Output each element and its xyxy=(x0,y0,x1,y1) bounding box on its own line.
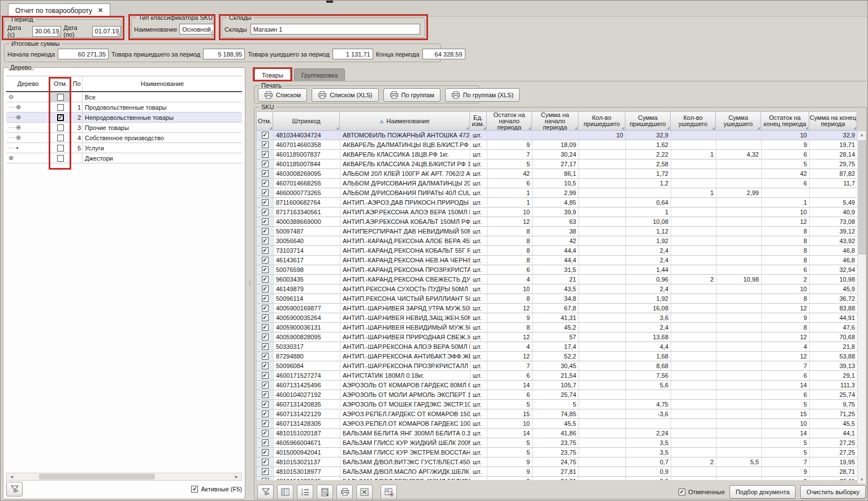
tree-check-cell[interactable] xyxy=(50,143,71,153)
clear-selection-button[interactable]: Очистить выборку xyxy=(800,485,866,499)
row-checkbox[interactable]: ✓ xyxy=(262,151,269,158)
sku-header-8[interactable]: Кол-во ушедшего xyxy=(671,111,716,131)
tree-checkbox[interactable] xyxy=(57,94,64,101)
sku-header-2[interactable]: Наименование xyxy=(340,111,470,131)
table-row[interactable]: ✓4005900169877АНТИП.-ШАР.НИВЕЯ ЗАРЯД УТР… xyxy=(257,304,858,313)
row-checkbox[interactable]: ✓ xyxy=(262,353,269,360)
tree-row[interactable]: ⊖Все xyxy=(6,92,242,102)
print-button-по-группам-xls-[interactable]: По группам (XLS) xyxy=(445,88,520,102)
tree-name-cell[interactable]: Джестори xyxy=(83,153,242,163)
active-checkbox[interactable]: ✓ xyxy=(191,486,198,493)
tree-row[interactable]: ⊕✓2Непродовольственные товары xyxy=(6,113,242,123)
row-check-cell[interactable]: ✓ xyxy=(257,332,274,342)
expand-icon[interactable]: ⊕ xyxy=(16,103,21,111)
row-checkbox[interactable]: ✓ xyxy=(262,324,269,331)
row-check-cell[interactable]: ✓ xyxy=(257,467,274,477)
row-check-cell[interactable]: ✓ xyxy=(257,208,274,217)
expand-icon[interactable]: ⊕ xyxy=(16,114,21,121)
row-check-cell[interactable]: ✓ xyxy=(257,179,274,188)
table-row[interactable]: ✓4810153021137БАЛЬЗАМ Д/ВОЛ.ВИТЭКС ГУСТ/… xyxy=(257,457,858,467)
row-checkbox[interactable]: ✓ xyxy=(262,334,269,340)
table-row[interactable]: ✓4600104027192АЭРОЗОЛЬ ОТ МОЛИ АРМОЛЬ ЭК… xyxy=(257,390,858,400)
scroll-up-icon[interactable]: ▲ xyxy=(858,132,866,137)
sku-header-11[interactable]: Сумма на конец периода xyxy=(809,111,857,131)
row-check-cell[interactable]: ✓ xyxy=(257,342,274,352)
row-check-cell[interactable]: ✓ xyxy=(257,159,274,169)
table-row[interactable]: ✓30056640АНТИП.-КАРАНД.РЕКСОНА АЛОЕ ВЕРА… xyxy=(257,236,858,246)
sku-header-6[interactable]: Кол-во пришедшего xyxy=(578,111,625,131)
clear-grid-button[interactable] xyxy=(381,485,397,499)
row-checkbox[interactable]: ✓ xyxy=(262,228,269,235)
excel-export-button[interactable] xyxy=(356,485,373,499)
tree-checkbox[interactable] xyxy=(57,135,64,141)
tree-check-cell[interactable] xyxy=(50,153,71,163)
document-pick-button[interactable]: Подбор документа xyxy=(729,485,796,499)
row-checkbox[interactable]: ✓ xyxy=(262,199,269,206)
collapse-icon[interactable]: ⊖ xyxy=(8,93,14,101)
row-checkbox[interactable]: ✓ xyxy=(262,295,269,302)
row-checkbox[interactable]: ✓ xyxy=(262,401,269,408)
row-check-cell[interactable]: ✓ xyxy=(257,381,274,390)
date-to-input[interactable]: 01.07.19 xyxy=(92,26,121,37)
tree-col-otm[interactable]: Отм. xyxy=(50,76,71,91)
table-row[interactable]: ✓4810151020187БАЛЬЗАМ БЕЛИТА ЯНГ 300МЛ Б… xyxy=(257,429,858,438)
row-checkbox[interactable]: ✓ xyxy=(262,391,269,398)
tree-expand-cell[interactable]: ⊕ xyxy=(6,102,50,112)
row-check-cell[interactable]: ✓ xyxy=(257,198,274,208)
table-row[interactable]: ✓4015000942041БАЛЬЗАМ ГЛИСС КУР ЭКСТРЕМ.… xyxy=(257,448,858,457)
sku-scroll-thumb[interactable] xyxy=(858,140,866,254)
tree-name-cell[interactable]: Услуги xyxy=(83,143,242,153)
expand-icon[interactable]: ⊕ xyxy=(8,154,14,162)
tree-expand-cell[interactable]: ⊕ xyxy=(6,113,50,122)
row-checkbox[interactable]: ✓ xyxy=(262,247,269,254)
sku-header-3[interactable]: Ед. изм. xyxy=(470,111,487,131)
row-check-cell[interactable]: ✓ xyxy=(257,188,274,198)
row-check-cell[interactable]: ✓ xyxy=(257,150,274,159)
tab-gruppirovka[interactable]: Группировка xyxy=(294,68,345,81)
close-icon[interactable]: ✕ xyxy=(98,7,103,14)
tree-expand-cell[interactable]: ● xyxy=(6,143,50,153)
table-row[interactable]: ✓50330317АНТИП.-ШАР.РЕКСОНА АЛОЭ ВЕРА 50… xyxy=(257,342,858,352)
columns-button[interactable] xyxy=(277,485,293,499)
row-check-cell[interactable]: ✓ xyxy=(257,371,274,381)
row-check-cell[interactable]: ✓ xyxy=(257,294,274,304)
tree-name-cell[interactable]: Непродовольственные товары xyxy=(83,113,242,122)
row-checkbox[interactable]: ✓ xyxy=(262,266,269,273)
tree-name-cell[interactable]: Собственное производство xyxy=(83,133,242,142)
tree-checkbox[interactable] xyxy=(57,155,64,162)
tree-col-name[interactable]: Наименование xyxy=(83,76,242,91)
table-row[interactable]: ✓4660000773265АЛЬБОМ Д/РИСОВАНИЯ ПИРАТЫ … xyxy=(257,188,858,198)
row-checkbox[interactable]: ✓ xyxy=(262,430,269,437)
tree-row[interactable]: ⊕4Собственное производство xyxy=(6,133,242,143)
row-check-cell[interactable]: ✓ xyxy=(257,429,274,438)
scroll-down-icon[interactable]: ▼ xyxy=(858,477,866,482)
table-row[interactable]: ✓46143617АНТИП.-КАРАНД.РЕКСОНА НЕВ.НА ЧЕ… xyxy=(257,256,858,265)
table-row[interactable]: ✓4810151020045БАЛЬЗАМ Д/ВОЛ.РЕВИВОР 450М… xyxy=(257,477,858,480)
warehouses-input[interactable]: Магазин 1 xyxy=(251,24,420,34)
panel-splitter[interactable]: ┆ xyxy=(248,67,252,499)
row-check-cell[interactable]: ✓ xyxy=(257,352,274,361)
row-checkbox[interactable]: ✓ xyxy=(262,468,269,475)
row-check-cell[interactable]: ✓ xyxy=(257,236,274,246)
row-checkbox[interactable]: ✓ xyxy=(262,411,269,417)
table-row[interactable]: ✓4607014660358АКВАРЕЛЬ ДАЛМАТИНЦЫ 8ЦВ.Б/… xyxy=(257,140,858,150)
sku-header-1[interactable]: Штрихкод xyxy=(273,111,340,131)
expand-icon[interactable]: ⊕ xyxy=(16,124,21,131)
row-checkbox[interactable]: ✓ xyxy=(262,189,269,196)
marked-checkbox[interactable]: ✓ xyxy=(679,489,685,495)
tree-col-po[interactable]: По xyxy=(71,76,83,91)
row-check-cell[interactable]: ✓ xyxy=(257,265,274,275)
tree-checkbox[interactable] xyxy=(57,124,64,131)
row-check-cell[interactable]: ✓ xyxy=(257,361,274,371)
row-check-cell[interactable]: ✓ xyxy=(257,217,274,227)
tree-check-cell[interactable] xyxy=(50,92,71,102)
row-check-cell[interactable]: ✓ xyxy=(257,390,274,400)
table-row[interactable]: ✓8711600682764АНТИП.-АЭРОЗ.ДАВ ПРИКОСН.П… xyxy=(257,198,858,208)
table-row[interactable]: ✓96003435АНТИП.-КАРАНД.РЕКСОНА СВЕЖЕСТЬ … xyxy=(257,275,858,284)
tree-row[interactable]: ⊕Джестори xyxy=(6,153,242,163)
table-row[interactable]: ✓50097487АНТИПЕРСПИРАНТ ДАВ НЕВИДИМЫЙ 50… xyxy=(257,227,858,236)
tree-row[interactable]: ⊕1Продовольственные товары xyxy=(6,102,242,113)
row-check-cell[interactable]: ✓ xyxy=(257,400,274,409)
table-row[interactable]: ✓4600171527274АНТИСТАТИК 180МЛ 0.18кг.шт… xyxy=(257,371,858,381)
tree-expand-cell[interactable]: ⊕ xyxy=(6,133,50,142)
